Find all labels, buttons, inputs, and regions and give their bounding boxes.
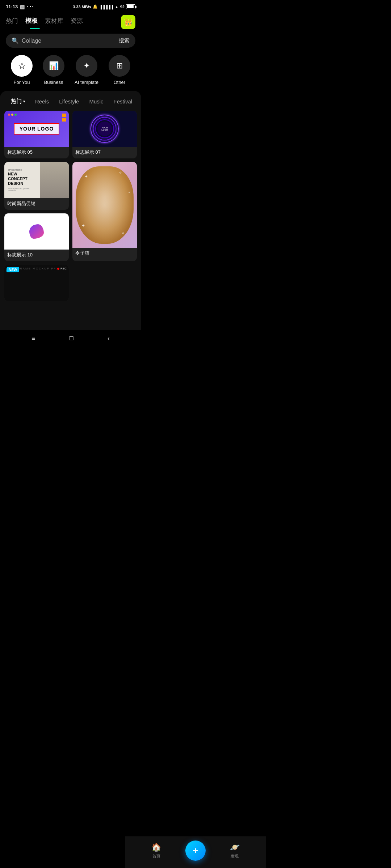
template-title-logo-10: 标志展示 10: [4, 250, 69, 261]
status-icon-signal: ▤: [20, 4, 25, 10]
status-wifi-icon: ▲: [115, 5, 119, 9]
top-nav: 热门 模板 素材库 资源 👑: [0, 12, 141, 29]
status-mute-icon: 🔔: [93, 4, 98, 9]
status-bar: 11:13 ▤ ··· 3.33 MB/s 🔔 ▐▐▐▐▐ ▲ 92: [0, 0, 141, 12]
category-other-label: Other: [114, 80, 126, 85]
sparkle-4: ✧: [121, 231, 125, 236]
template-card-logo-07[interactable]: YOURLOGO 标志展示 07: [72, 111, 137, 158]
rec-text: REC: [60, 267, 67, 270]
rec-badge: REC: [57, 267, 67, 270]
template-card-mockup[interactable]: 6608 FRAME MOCKUP FF1 REC NEW: [4, 265, 69, 301]
template-grid: YOUR LOGO 标志展示 05 YOURLOGO 标志展示 07: [0, 111, 141, 330]
crown-button[interactable]: 👑: [121, 15, 135, 29]
filter-tab-reels[interactable]: Reels: [30, 97, 54, 106]
status-signal-icon: ▐▐▐▐▐: [99, 5, 113, 9]
system-nav: ≡ □ ‹: [0, 330, 141, 378]
filter-tab-festival[interactable]: Festival: [109, 97, 138, 106]
template-title-logo-05: 标志展示 05: [4, 147, 69, 158]
concept-left: @yourname NEWCONCEPTDESIGN where you can…: [4, 162, 40, 198]
sparkle-3: ✦: [81, 223, 85, 228]
logo-text: YOUR LOGO: [14, 123, 60, 135]
status-speed: 3.33 MB/s: [73, 5, 91, 9]
cat-thumb: ✦ ✧ ✦ ✧ ⋆: [72, 162, 137, 248]
category-business-label: Business: [44, 80, 63, 85]
nav-underline: [30, 28, 40, 29]
category-other[interactable]: ⊞ Other: [109, 55, 130, 85]
nav-item-template[interactable]: 模板: [25, 17, 38, 28]
logo-10-thumb: [4, 213, 69, 250]
nav-item-hot[interactable]: 热门: [6, 17, 18, 28]
nav-item-resource[interactable]: 资源: [71, 17, 83, 28]
other-icon-wrap: ⊞: [109, 55, 130, 77]
sys-menu-button[interactable]: ≡: [31, 335, 35, 342]
concept-username: @yourname: [8, 169, 36, 171]
sparkle-5: ⋆: [128, 190, 131, 195]
logo-07-thumb: YOURLOGO: [72, 111, 137, 147]
sparkle-2: ✧: [118, 170, 122, 175]
search-button[interactable]: 搜索: [119, 37, 130, 44]
cat-face: ✦ ✧ ✦ ✧ ⋆: [76, 166, 134, 244]
search-placeholder[interactable]: Collage: [22, 38, 116, 44]
content-area: 热门 ▾ Reels Lifestyle Music Festival Sub …: [0, 91, 141, 330]
sparkle-1: ✦: [84, 174, 88, 179]
status-dots: ···: [27, 3, 34, 10]
category-business[interactable]: 📊 Business: [43, 55, 64, 85]
neon-center-text: YOURLOGO: [97, 122, 112, 136]
category-bar: ☆ For You 📊 Business ✦ AI template ⊞ Oth…: [0, 52, 141, 91]
template-card-fashion[interactable]: @yourname NEWCONCEPTDESIGN where you can…: [4, 162, 69, 210]
status-battery: 92: [120, 5, 125, 9]
ai-template-icon: ✦: [83, 61, 90, 71]
search-icon: 🔍: [12, 37, 19, 44]
battery-icon: [126, 4, 135, 9]
fashion-thumb: @yourname NEWCONCEPTDESIGN where you can…: [4, 162, 69, 198]
concept-heading: NEWCONCEPTDESIGN: [8, 172, 36, 186]
template-title-cat: 令子猫: [72, 248, 137, 259]
template-card-logo-10[interactable]: 标志展示 10: [4, 213, 69, 261]
concept-right: [40, 162, 69, 198]
sys-back-button[interactable]: ‹: [108, 335, 110, 342]
template-card-logo-05[interactable]: YOUR LOGO 标志展示 05: [4, 111, 69, 158]
category-ai-template[interactable]: ✦ AI template: [75, 55, 98, 85]
corner-decoration: [62, 114, 66, 117]
business-icon: 📊: [49, 61, 59, 71]
filter-tab-sub[interactable]: Sub: [137, 97, 141, 106]
concept-person-image: [40, 162, 69, 198]
status-time: 11:13: [6, 4, 18, 9]
chevron-down-icon: ▾: [23, 99, 25, 103]
logo-05-thumb: YOUR LOGO: [4, 111, 69, 147]
filter-tab-music[interactable]: Music: [84, 97, 108, 106]
corner-decoration-2: [62, 118, 66, 122]
rec-dot: [57, 268, 59, 270]
ai-template-icon-wrap: ✦: [76, 55, 97, 77]
filter-tab-lifestyle[interactable]: Lifestyle: [54, 97, 84, 106]
category-ai-label: AI template: [75, 80, 98, 85]
sys-home-button[interactable]: □: [70, 335, 73, 342]
template-card-cat[interactable]: ✦ ✧ ✦ ✧ ⋆ 令子猫: [72, 162, 137, 261]
template-title-fashion: 时尚新品促销: [4, 198, 69, 210]
new-badge: NEW: [6, 267, 20, 272]
for-you-icon: ☆: [18, 60, 26, 72]
category-for-you-label: For You: [14, 80, 30, 85]
concept-subtitle: where you can get our products: [8, 187, 36, 192]
filter-tabs: 热门 ▾ Reels Lifestyle Music Festival Sub: [0, 95, 141, 111]
other-icon: ⊞: [116, 61, 123, 71]
for-you-icon-wrap: ☆: [11, 55, 33, 77]
nav-item-material[interactable]: 素材库: [45, 17, 63, 28]
template-title-logo-07: 标志展示 07: [72, 147, 137, 158]
filter-tab-hot[interactable]: 热门 ▾: [6, 97, 30, 106]
neon-rings: YOURLOGO: [90, 114, 119, 143]
search-bar[interactable]: 🔍 Collage 搜索: [6, 34, 135, 48]
business-icon-wrap: 📊: [43, 55, 64, 77]
category-for-you[interactable]: ☆ For You: [11, 55, 33, 85]
blob-shape: [29, 224, 44, 239]
